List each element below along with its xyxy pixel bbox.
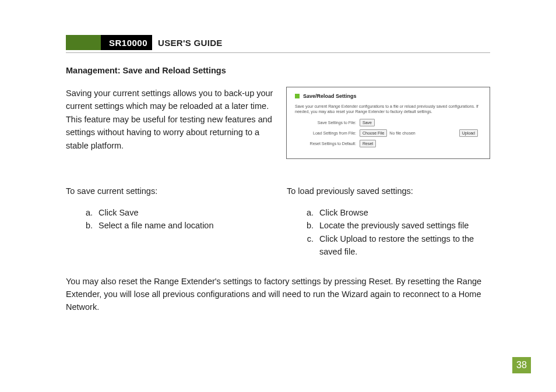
- header-title: USER'S GUIDE: [152, 35, 223, 50]
- load-from-file-label: Load Settings from File:: [295, 131, 360, 135]
- load-instructions-list: Click Browse Locate the previously saved…: [287, 206, 490, 259]
- list-item: Click Save: [95, 206, 269, 219]
- save-instructions-list: Click Save Select a file name and locati…: [66, 206, 269, 232]
- panel-row-reset: Reset Settings to Default: Reset: [295, 140, 481, 147]
- list-item: Click Browse: [316, 206, 490, 219]
- page-number: 38: [512, 357, 531, 373]
- header-model: SR10000: [101, 35, 152, 50]
- settings-panel: Save/Reload Settings Save your current R…: [286, 87, 490, 159]
- choose-file-button[interactable]: Choose File: [360, 129, 387, 137]
- list-item: Locate the previously saved settings fil…: [316, 219, 490, 232]
- load-instructions-column: To load previously saved settings: Click…: [287, 185, 490, 258]
- panel-row-load: Load Settings from File: Choose File No …: [295, 129, 481, 137]
- intro-paragraph: Saving your current settings allows you …: [66, 87, 275, 152]
- panel-description: Save your current Range Extender configu…: [295, 104, 481, 114]
- save-to-file-label: Save Settings to File:: [295, 121, 360, 125]
- footer-paragraph: You may also reset the Range Extender's …: [66, 275, 490, 314]
- list-item: Select a file name and location: [95, 219, 269, 232]
- header-accent: [66, 35, 101, 50]
- list-item: Click Upload to restore the settings to …: [316, 232, 490, 259]
- panel-accent-icon: [295, 94, 300, 98]
- load-instructions-lead: To load previously saved settings:: [287, 185, 490, 197]
- doc-header: SR10000 USER'S GUIDE: [66, 35, 490, 50]
- panel-row-save: Save Settings to File: Save: [295, 119, 481, 126]
- panel-title: Save/Reload Settings: [303, 93, 357, 99]
- reset-button[interactable]: Reset: [360, 140, 376, 147]
- save-button[interactable]: Save: [360, 119, 375, 126]
- header-rule: [66, 52, 490, 53]
- reset-to-default-label: Reset Settings to Default:: [295, 142, 360, 146]
- file-chosen-status: No file chosen: [389, 131, 415, 135]
- upload-button[interactable]: Upload: [459, 129, 478, 137]
- save-instructions-column: To save current settings: Click Save Sel…: [66, 185, 269, 258]
- section-heading: Management: Save and Reload Settings: [66, 66, 490, 75]
- save-instructions-lead: To save current settings:: [66, 185, 269, 197]
